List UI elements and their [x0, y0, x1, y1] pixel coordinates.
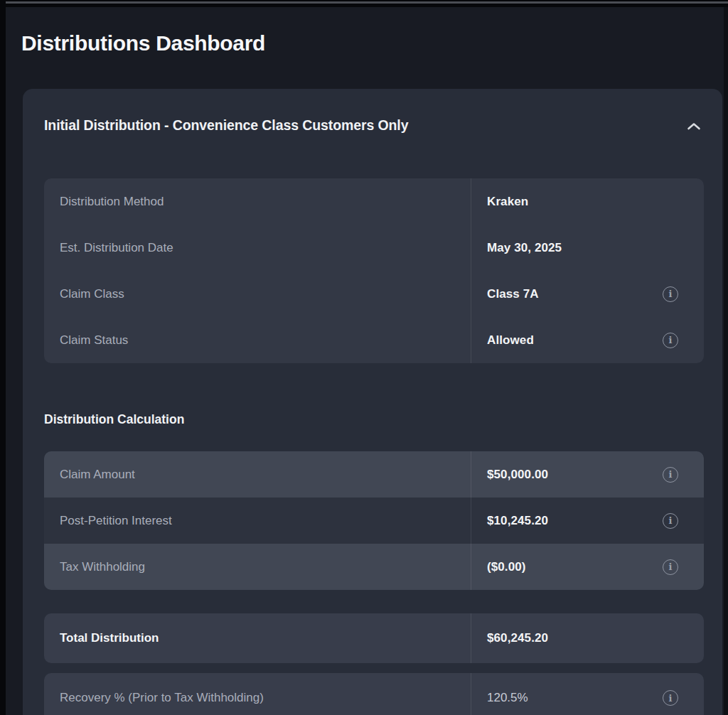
table-row: Claim Class Class 7A i — [44, 271, 704, 317]
initial-distribution-card: Initial Distribution - Convenience Class… — [23, 89, 722, 715]
info-icon[interactable]: i — [663, 333, 678, 348]
info-icon[interactable]: i — [663, 690, 678, 706]
total-distribution-row: Total Distribution $60,245.20 — [44, 613, 704, 663]
info-icon[interactable]: i — [663, 286, 678, 302]
table-row: Distribution Method Kraken — [44, 178, 704, 225]
page-background: Distributions Dashboard Initial Distribu… — [6, 7, 728, 715]
total-value: $60,245.20 — [487, 631, 548, 645]
calc-value: $50,000.00 — [487, 468, 548, 482]
card-header-toggle[interactable]: Initial Distribution - Convenience Class… — [23, 89, 722, 163]
calculation-section-heading: Distribution Calculation — [44, 412, 184, 427]
page-title: Distributions Dashboard — [21, 31, 265, 55]
card-title: Initial Distribution - Convenience Class… — [44, 117, 408, 134]
table-row: Claim Amount $50,000.00 i — [44, 451, 704, 498]
detail-value: May 30, 2025 — [487, 241, 562, 255]
detail-value: Class 7A — [487, 287, 539, 301]
calc-label: Post-Petition Interest — [60, 514, 172, 528]
calc-label: Tax Withholding — [60, 560, 145, 574]
distribution-calculation-table: Claim Amount $50,000.00 i Post-Petition … — [44, 451, 704, 590]
detail-value: Allowed — [487, 333, 534, 348]
calc-value: ($0.00) — [487, 560, 526, 574]
window-top-highlight — [6, 1, 728, 4]
info-icon[interactable]: i — [663, 467, 678, 483]
table-row: Tax Withholding ($0.00) i — [44, 544, 704, 590]
table-row: Claim Status Allowed i — [44, 317, 704, 363]
recovery-percent-row: Recovery % (Prior to Tax Withholding) 12… — [44, 673, 704, 715]
calc-label: Claim Amount — [60, 468, 135, 482]
recovery-label: Recovery % (Prior to Tax Withholding) — [60, 691, 264, 705]
detail-label: Claim Class — [60, 287, 124, 301]
detail-label: Distribution Method — [60, 195, 164, 209]
distribution-detail-table: Distribution Method Kraken Est. Distribu… — [44, 178, 704, 363]
table-row: Est. Distribution Date May 30, 2025 — [44, 225, 704, 271]
chevron-up-icon[interactable] — [685, 120, 702, 131]
window-right-edge — [724, 7, 728, 715]
detail-label: Claim Status — [60, 333, 128, 348]
calc-value: $10,245.20 — [487, 514, 548, 528]
detail-value: Kraken — [487, 195, 528, 209]
info-icon[interactable]: i — [663, 559, 678, 575]
table-row: Post-Petition Interest $10,245.20 i — [44, 498, 704, 544]
detail-label: Est. Distribution Date — [60, 241, 173, 255]
recovery-value: 120.5% — [487, 691, 528, 705]
info-icon[interactable]: i — [663, 513, 678, 529]
total-label: Total Distribution — [60, 631, 159, 645]
